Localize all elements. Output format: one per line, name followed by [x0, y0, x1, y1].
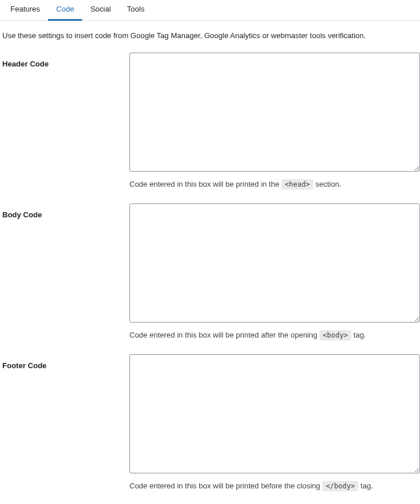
tab-tools[interactable]: Tools: [119, 0, 153, 21]
settings-intro: Use these settings to insert code from G…: [0, 21, 420, 42]
header-code-help: Code entered in this box will be printed…: [129, 179, 420, 190]
footer-code-help: Code entered in this box will be printed…: [129, 481, 420, 491]
tab-code[interactable]: Code: [48, 0, 82, 21]
body-code-row: Body Code Code entered in this box will …: [0, 203, 420, 340]
body-close-tag-badge: </body>: [322, 481, 359, 491]
body-code-label: Body Code: [0, 203, 129, 219]
tab-features[interactable]: Features: [2, 0, 48, 21]
header-code-row: Header Code Code entered in this box wil…: [0, 53, 420, 190]
code-settings-form: Header Code Code entered in this box wil…: [0, 53, 420, 491]
body-tag-badge: <body>: [319, 330, 351, 340]
footer-code-label: Footer Code: [0, 354, 129, 370]
footer-code-input[interactable]: [129, 354, 420, 473]
settings-tabs: Features Code Social Tools: [0, 0, 420, 21]
header-code-input[interactable]: [129, 53, 420, 172]
header-code-label: Header Code: [0, 53, 129, 68]
body-code-help: Code entered in this box will be printed…: [129, 330, 420, 340]
footer-code-row: Footer Code Code entered in this box wil…: [0, 354, 420, 491]
head-tag-badge: <head>: [281, 179, 313, 190]
tab-social[interactable]: Social: [82, 0, 118, 21]
body-code-input[interactable]: [129, 203, 420, 323]
